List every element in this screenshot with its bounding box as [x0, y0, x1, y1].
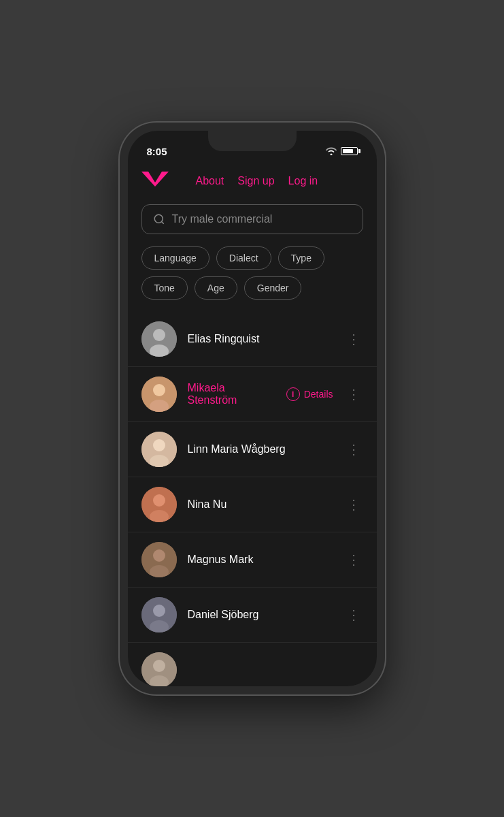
svg-point-22 [153, 660, 165, 672]
more-button-mikaela[interactable]: ⋮ [344, 383, 363, 405]
voice-item-nina[interactable]: Nina Nu ⋮ [128, 477, 377, 532]
search-container: Try male commercial [128, 197, 377, 241]
voice-name-magnus: Magnus Mark [188, 554, 333, 566]
filter-dialect[interactable]: Dialect [216, 246, 271, 270]
avatar-linn [141, 432, 177, 467]
svg-point-7 [153, 384, 165, 396]
voice-item-linn[interactable]: Linn Maria Wågberg ⋮ [128, 421, 377, 477]
logo-icon[interactable] [141, 172, 169, 191]
more-button-elias[interactable]: ⋮ [344, 328, 363, 350]
voice-details-mikaela: i Details [286, 387, 333, 401]
phone-frame: 8:05 About Sign up Log in [120, 123, 385, 694]
voice-name-daniel: Daniel Sjöberg [188, 609, 333, 621]
more-button-nina[interactable]: ⋮ [344, 494, 363, 515]
svg-marker-0 [141, 172, 169, 187]
filter-age[interactable]: Age [195, 276, 237, 300]
status-time: 8:05 [147, 146, 167, 157]
battery-fill [343, 149, 353, 153]
voice-name-linn: Linn Maria Wågberg [188, 443, 333, 455]
details-button-mikaela[interactable]: i Details [286, 387, 333, 401]
svg-line-2 [161, 221, 163, 223]
svg-point-16 [153, 549, 165, 562]
avatar-nina [141, 487, 177, 522]
more-button-magnus[interactable]: ⋮ [344, 549, 363, 571]
search-box[interactable]: Try male commercial [141, 204, 363, 234]
notch [208, 131, 297, 151]
avatar-partial [141, 652, 177, 686]
voice-name-mikaela: Mikaela Stenström [188, 382, 275, 406]
voice-item-mikaela[interactable]: Mikaela Stenström i Details ⋮ [128, 366, 377, 421]
filter-tone[interactable]: Tone [141, 276, 188, 300]
nav-links: About Sign up Log in [196, 175, 318, 187]
more-button-daniel[interactable]: ⋮ [344, 604, 363, 626]
svg-point-10 [153, 439, 165, 451]
avatar-elias [141, 321, 177, 357]
avatar-daniel [141, 597, 177, 632]
voice-item-daniel[interactable]: Daniel Sjöberg ⋮ [128, 587, 377, 642]
svg-point-4 [153, 329, 165, 341]
filter-type[interactable]: Type [278, 246, 324, 270]
voice-item-elias[interactable]: Elias Ringquist ⋮ [128, 312, 377, 366]
nav-about[interactable]: About [196, 175, 224, 187]
voice-name-elias: Elias Ringquist [188, 333, 333, 345]
avatar-magnus [141, 542, 177, 577]
search-placeholder: Try male commercial [172, 213, 352, 225]
voice-item-magnus[interactable]: Magnus Mark ⋮ [128, 532, 377, 587]
voice-name-nina: Nina Nu [188, 498, 333, 511]
wifi-icon [326, 147, 337, 155]
info-icon-mikaela: i [286, 387, 300, 401]
more-button-linn[interactable]: ⋮ [344, 438, 363, 460]
search-icon [153, 213, 165, 225]
filter-chips: Language Dialect Type Tone Age Gender [128, 241, 377, 305]
voice-item-partial[interactable] [128, 642, 377, 686]
nav-signup[interactable]: Sign up [237, 175, 274, 187]
svg-point-13 [153, 494, 165, 507]
filter-language[interactable]: Language [141, 246, 209, 270]
filter-gender[interactable]: Gender [244, 276, 302, 300]
status-icons [326, 147, 358, 155]
svg-point-19 [153, 605, 165, 617]
nav-bar: About Sign up Log in [128, 165, 377, 197]
svg-point-1 [154, 214, 163, 223]
details-label: Details [304, 389, 333, 400]
battery-icon [341, 147, 358, 155]
avatar-mikaela [141, 377, 177, 412]
voice-list: Elias Ringquist ⋮ Mikaela Stenström i D [128, 305, 377, 686]
phone-screen: 8:05 About Sign up Log in [128, 131, 377, 686]
nav-login[interactable]: Log in [288, 175, 318, 187]
